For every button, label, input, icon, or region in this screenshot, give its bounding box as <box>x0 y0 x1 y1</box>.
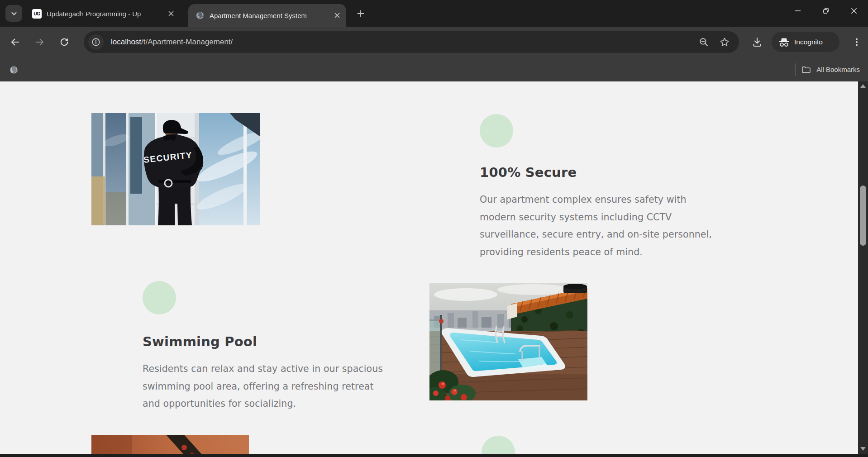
download-icon <box>751 36 763 48</box>
close-window-button[interactable] <box>840 0 868 22</box>
triangle-up-icon <box>860 84 866 88</box>
zoom-indicator-button[interactable] <box>696 35 711 49</box>
new-tab-button[interactable] <box>354 7 367 20</box>
url-text[interactable]: localhost/t/Apartment-Management/ <box>111 38 233 47</box>
plus-icon <box>357 10 364 17</box>
close-icon <box>168 11 174 16</box>
globe-favicon <box>196 11 205 20</box>
browser-window: UG Updategadh Programming - Up Apartment… <box>0 0 868 457</box>
tab-updategadh[interactable]: UG Updategadh Programming - Up <box>26 5 180 23</box>
page-viewport: SECURITY 100% Secure Our apartment compl… <box>0 81 868 454</box>
folder-icon <box>801 65 811 75</box>
globe-icon <box>9 65 19 75</box>
reload-button[interactable] <box>55 33 73 51</box>
tab-close-button[interactable] <box>332 10 343 21</box>
tab-apartment-management[interactable]: Apartment Management System <box>188 4 346 27</box>
bookmark-item[interactable] <box>6 62 21 77</box>
tab-close-button[interactable] <box>166 8 176 19</box>
downloads-button[interactable] <box>748 33 767 52</box>
restore-icon <box>822 7 830 14</box>
bookmark-page-button[interactable] <box>717 35 732 49</box>
url-path: /t/Apartment-Management/ <box>141 38 233 46</box>
feature-body: Our apartment complex ensures safety wit… <box>480 191 712 261</box>
all-bookmarks-button[interactable]: All Bookmarks <box>816 66 860 73</box>
toolbar: localhost/t/Apartment-Management/ Incogn… <box>0 27 868 57</box>
body-line: and opportunities for socializing. <box>143 395 383 413</box>
accent-circle <box>482 436 515 454</box>
scrollbar-thumb[interactable] <box>860 186 866 246</box>
incognito-spy-icon <box>778 37 790 48</box>
feature-heading: 100% Secure <box>480 165 577 180</box>
ug-favicon: UG <box>32 9 42 19</box>
minimize-button[interactable] <box>784 0 812 22</box>
triangle-down-icon <box>860 447 866 451</box>
incognito-badge: Incognito <box>772 32 839 52</box>
window-controls <box>784 0 868 22</box>
bookmarks-bar: All Bookmarks <box>0 57 868 81</box>
accent-circle <box>143 281 176 314</box>
forward-arrow-icon <box>34 37 45 48</box>
tab-search-button[interactable] <box>5 5 22 22</box>
security-guard-photo: SECURITY <box>91 113 260 225</box>
url-domain: localhost <box>111 38 141 46</box>
rooftop-pool-photo <box>429 283 587 400</box>
star-icon <box>720 37 730 47</box>
bookmarks-bar-right: All Bookmarks <box>795 57 860 81</box>
accent-circle <box>480 114 513 148</box>
feature-body: Residents can relax and stay active in o… <box>143 360 383 413</box>
window-bottom-edge <box>0 454 868 457</box>
reload-icon <box>59 37 70 48</box>
tab-title: Apartment Management System <box>210 12 330 19</box>
scroll-down-button[interactable] <box>858 445 868 452</box>
body-line: swimming pool area, offering a refreshin… <box>143 378 383 395</box>
chevron-down-icon <box>10 10 18 17</box>
body-line: modern security systems including CCTV <box>480 209 712 226</box>
incognito-label: Incognito <box>794 38 823 46</box>
back-arrow-icon <box>10 37 20 48</box>
maximize-restore-button[interactable] <box>812 0 840 22</box>
minimize-icon <box>795 8 801 14</box>
browser-menu-button[interactable] <box>848 33 865 52</box>
forward-button[interactable] <box>31 33 49 51</box>
three-dot-menu-icon <box>851 37 862 48</box>
body-line: surveillance, secure entry, and on-site … <box>480 226 712 243</box>
zoom-out-magnifier-icon <box>699 37 709 47</box>
bookmarks-divider <box>795 63 796 76</box>
feature-heading: Swimming Pool <box>143 334 257 349</box>
body-line: Our apartment complex ensures safety wit… <box>480 191 712 209</box>
tab-strip: UG Updategadh Programming - Up Apartment… <box>0 0 868 27</box>
body-line: Residents can relax and stay active in o… <box>143 360 383 378</box>
site-info-button[interactable] <box>88 34 104 50</box>
amenity-photo-partial <box>91 435 249 454</box>
address-bar[interactable]: localhost/t/Apartment-Management/ <box>84 31 739 53</box>
back-button[interactable] <box>6 33 24 51</box>
close-icon <box>851 8 857 14</box>
body-line: providing residents peace of mind. <box>480 243 712 261</box>
page-scrollbar[interactable] <box>858 81 868 454</box>
scroll-up-button[interactable] <box>858 82 868 90</box>
close-icon <box>334 13 340 18</box>
info-icon <box>91 38 100 47</box>
tab-title: Updategadh Programming - Up <box>47 10 164 18</box>
